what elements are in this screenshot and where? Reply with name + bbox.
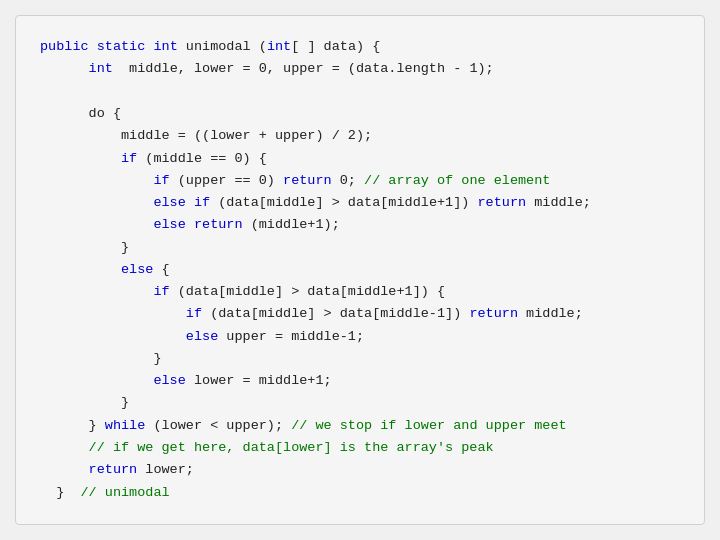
code-block: public static int unimodal (int[ ] data)… xyxy=(40,36,680,504)
keyword-while: while xyxy=(105,418,146,433)
keyword-public: public xyxy=(40,39,89,54)
keyword-else-4: else xyxy=(186,329,218,344)
comment-4: // unimodal xyxy=(81,485,170,500)
keyword-else-5: else xyxy=(153,373,185,388)
keyword-if-2: if xyxy=(153,173,169,188)
keyword-if-5: if xyxy=(186,306,202,321)
keyword-static: static xyxy=(97,39,146,54)
keyword-else-3: else xyxy=(121,262,153,277)
keyword-return-4: return xyxy=(469,306,518,321)
keyword-if-1: if xyxy=(121,151,137,166)
keyword-if-4: if xyxy=(153,284,169,299)
keyword-return-5: return xyxy=(89,462,138,477)
keyword-else-2: else xyxy=(153,217,185,232)
keyword-return-1: return xyxy=(283,173,332,188)
keyword-else-1: else xyxy=(153,195,185,210)
comment-2: // we stop if lower and upper meet xyxy=(291,418,566,433)
keyword-return-2: return xyxy=(477,195,526,210)
keyword-int-3: int xyxy=(89,61,113,76)
keyword-int-2: int xyxy=(267,39,291,54)
comment-3: // if we get here, data[lower] is the ar… xyxy=(89,440,494,455)
keyword-int-1: int xyxy=(153,39,177,54)
code-container: public static int unimodal (int[ ] data)… xyxy=(15,15,705,525)
comment-1: // array of one element xyxy=(364,173,550,188)
keyword-return-3: return xyxy=(194,217,243,232)
keyword-if-3: if xyxy=(194,195,210,210)
